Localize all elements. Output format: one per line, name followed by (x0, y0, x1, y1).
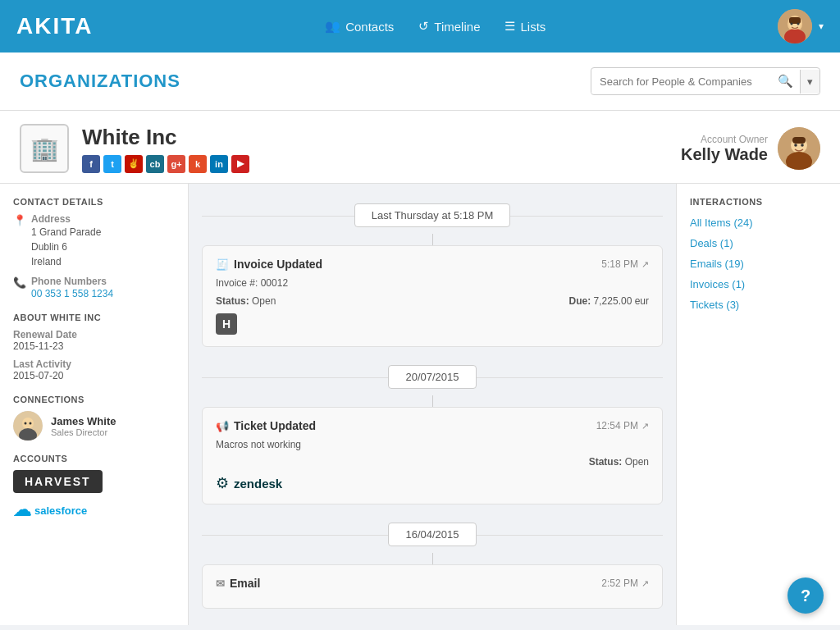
invoices-link[interactable]: Invoices (1) (690, 278, 827, 290)
svg-rect-10 (792, 137, 806, 144)
facebook-icon[interactable]: f (82, 155, 100, 173)
all-items-link[interactable]: All Items (24) (690, 217, 827, 229)
account-owner-name: Kelly Wade (681, 145, 768, 164)
harvest-account: HARVEST (13, 470, 175, 493)
search-button[interactable]: 🔍 (771, 68, 800, 94)
yelp-icon[interactable]: ✌ (125, 155, 143, 173)
klout-icon[interactable]: k (189, 155, 207, 173)
company-header: 🏢 White Inc f t ✌ cb g+ k in ▶ Account O… (0, 111, 840, 184)
account-owner-section: Account Owner Kelly Wade (681, 127, 820, 170)
owner-avatar (778, 127, 820, 170)
ticket-card-title: 📢 Ticket Updated (216, 419, 316, 432)
nav-lists[interactable]: ☰ Lists (504, 19, 546, 34)
email-card-time: 2:52 PM ↗ (601, 578, 649, 589)
account-owner-label: Account Owner (681, 134, 768, 145)
contacts-icon: 👥 (325, 19, 340, 34)
svg-point-16 (25, 422, 27, 425)
timeline-date-3: 16/04/2015 (202, 523, 663, 546)
connection-avatar (13, 411, 43, 441)
ticket-status: Status: Open (216, 455, 649, 468)
email-card: ✉ Email 2:52 PM ↗ (202, 564, 663, 609)
accounts-title: ACCOUNTS (13, 454, 175, 463)
phone-icon: 📞 (13, 276, 26, 289)
last-activity-value: 2015-07-20 (13, 370, 175, 381)
user-avatar-top[interactable] (778, 9, 812, 43)
date-badge-1: Last Thursday at 5:18 PM (354, 203, 511, 227)
svg-rect-4 (789, 17, 801, 24)
emails-link[interactable]: Emails (19) (690, 258, 827, 270)
content-area: CONTACT DETAILS 📍 Address 1 Grand Parade… (0, 184, 840, 625)
renewal-date-row: Renewal Date 2015-11-23 (13, 329, 175, 352)
invoice-number: Invoice #: 00012 (216, 277, 649, 289)
location-icon: 📍 (13, 214, 26, 226)
timeline-connector-1 (432, 234, 433, 245)
tickets-link[interactable]: Tickets (3) (690, 299, 827, 311)
invoice-card-title: 🧾 Invoice Updated (216, 258, 322, 271)
svg-point-11 (794, 144, 797, 147)
harvest-small-badge: H (216, 313, 237, 335)
invoice-card: 🧾 Invoice Updated 5:18 PM ↗ Invoice #: 0… (202, 245, 663, 347)
connection-title-label: Sales Director (51, 427, 116, 437)
external-link-icon[interactable]: ↗ (641, 259, 649, 270)
youtube-icon[interactable]: ▶ (231, 155, 249, 173)
nav-timeline[interactable]: ↺ Timeline (418, 19, 480, 34)
logo[interactable]: AKITA (16, 13, 93, 39)
search-box: 🔍 ▾ (591, 67, 820, 95)
ticket-icon: 📢 (216, 420, 229, 432)
svg-point-12 (801, 144, 804, 147)
social-icons: f t ✌ cb g+ k in ▶ (82, 155, 249, 173)
last-activity-row: Last Activity 2015-07-20 (13, 358, 175, 381)
connection-james-white[interactable]: James White Sales Director (13, 411, 175, 441)
email-card-title: ✉ Email (216, 577, 260, 590)
address-line3: Ireland (31, 254, 101, 269)
help-button[interactable]: ? (788, 578, 824, 614)
salesforce-logo[interactable]: ☁ salesforce (13, 500, 175, 521)
linkedin-icon[interactable]: in (210, 155, 228, 173)
date-badge-2: 20/07/2015 (388, 365, 476, 389)
invoice-due: Due: 7,225.00 eur (569, 295, 649, 307)
lists-icon: ☰ (504, 19, 515, 34)
interactions-title: INTERACTIONS (690, 197, 827, 207)
email-external-link-icon[interactable]: ↗ (641, 578, 649, 589)
ticket-description: Macros not working (216, 439, 649, 450)
last-activity-label: Last Activity (13, 358, 175, 370)
zendesk-text: zendesk (234, 477, 282, 491)
user-dropdown-icon[interactable]: ▾ (819, 21, 824, 32)
ticket-external-link-icon[interactable]: ↗ (641, 421, 649, 431)
deals-link[interactable]: Deals (1) (690, 237, 827, 249)
svg-point-5 (791, 23, 793, 25)
zendesk-icon: ⚙ (216, 474, 229, 492)
company-icon: 🏢 (20, 124, 69, 173)
invoice-icon: 🧾 (216, 258, 229, 271)
nav-links: 👥 Contacts ↺ Timeline ☰ Lists (325, 19, 546, 34)
phone-number[interactable]: 00 353 1 558 1234 (31, 288, 113, 299)
address-label: Address (31, 213, 101, 225)
nav-contacts[interactable]: 👥 Contacts (325, 19, 394, 34)
googleplus-icon[interactable]: g+ (167, 155, 185, 173)
connection-name: James White (51, 415, 116, 427)
salesforce-account: ☁ salesforce (13, 500, 175, 521)
ticket-card: 📢 Ticket Updated 12:54 PM ↗ Macros not w… (202, 407, 663, 504)
timeline-connector-2 (432, 395, 433, 407)
invoice-status: Status: Open (216, 295, 276, 307)
search-input[interactable] (591, 70, 771, 94)
header-bar: ORGANIZATIONS 🔍 ▾ (0, 52, 840, 111)
search-dropdown-button[interactable]: ▾ (800, 70, 819, 94)
phone-row: 📞 Phone Numbers 00 353 1 558 1234 (13, 276, 175, 299)
twitter-icon[interactable]: t (103, 155, 121, 173)
timeline-date-1: Last Thursday at 5:18 PM (202, 203, 663, 227)
email-card-header: ✉ Email 2:52 PM ↗ (216, 577, 649, 590)
address-line2: Dublin 6 (31, 240, 101, 254)
renewal-date-label: Renewal Date (13, 329, 175, 340)
harvest-badge[interactable]: HARVEST (13, 470, 103, 493)
contact-details-title: CONTACT DETAILS (13, 197, 175, 207)
invoice-card-time: 5:18 PM ↗ (601, 258, 649, 270)
phone-label: Phone Numbers (31, 276, 113, 287)
top-navigation: AKITA 👥 Contacts ↺ Timeline ☰ Lists (0, 0, 840, 52)
svg-point-6 (797, 23, 800, 25)
connections-title: CONNECTIONS (13, 395, 175, 404)
right-sidebar: INTERACTIONS All Items (24) Deals (1) Em… (676, 184, 840, 625)
ticket-card-header: 📢 Ticket Updated 12:54 PM ↗ (216, 419, 649, 432)
zendesk-logo: ⚙ zendesk (216, 474, 649, 492)
crunchbase-icon[interactable]: cb (146, 155, 164, 173)
